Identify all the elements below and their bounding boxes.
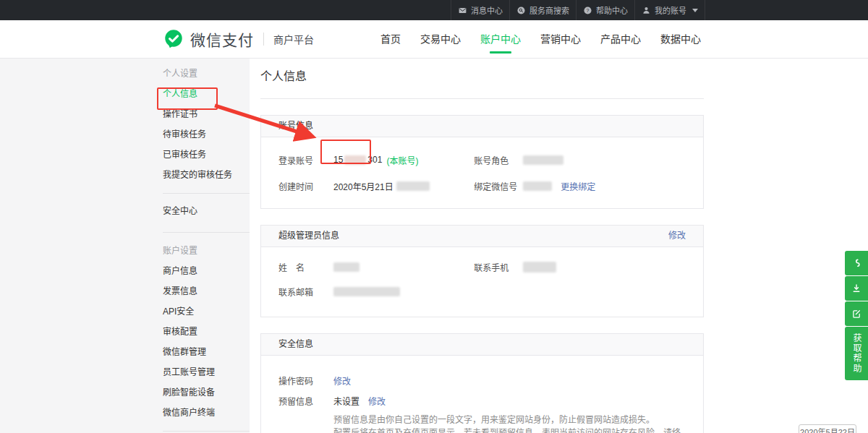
download-icon xyxy=(851,283,862,294)
sidebar-item-security-center[interactable]: 安全中心 xyxy=(163,201,250,221)
current-account-note: (本账号) xyxy=(386,154,418,166)
redacted-created-time xyxy=(396,181,430,191)
nav-item-account-center[interactable]: 账户中心 xyxy=(476,20,525,58)
nav-item-product-center[interactable]: 产品中心 xyxy=(596,20,645,58)
header-divider xyxy=(263,33,264,46)
security-info-card: 安全信息 操作密码 修改 预留信息 未设置 修改 预留信息是由你自己设置的一段文… xyxy=(260,333,704,433)
description-line: 预留信息是由你自己设置的一段文字，用来鉴定网站身份，防止假冒网站造成损失。 xyxy=(333,413,686,426)
main-nav: 首页 交易中心 账户中心 营销中心 产品中心 数据中心 xyxy=(376,20,705,58)
reserved-info-label: 预留信息 xyxy=(278,395,326,407)
sidebar-item-merchant-terminal[interactable]: 微信商户终端 xyxy=(163,403,250,423)
topbar-item-label: 我的账号 xyxy=(655,4,686,16)
security-info-card-title: 安全信息 xyxy=(278,334,313,355)
nav-item-home[interactable]: 首页 xyxy=(376,20,405,58)
admin-name-label: 姓 名 xyxy=(278,261,326,273)
nav-item-trade-center[interactable]: 交易中心 xyxy=(416,20,465,58)
sidebar-section-account-settings: 账户设置 xyxy=(163,241,250,261)
nav-item-data-center[interactable]: 数据中心 xyxy=(656,20,705,58)
nav-item-marketing-center[interactable]: 营销中心 xyxy=(536,20,585,58)
admin-info-card: 超级管理员信息 修改 姓 名 联系手机 联系邮箱 xyxy=(260,225,704,317)
floating-help-panel: 获取帮助 xyxy=(845,251,868,381)
admin-email-label: 联系邮箱 xyxy=(278,286,326,298)
admin-info-card-title: 超级管理员信息 xyxy=(278,226,339,246)
redacted-phone-middle xyxy=(344,155,366,165)
operation-password-edit-link[interactable]: 修改 xyxy=(333,374,351,387)
sidebar-item-personal-info[interactable]: 个人信息 xyxy=(163,84,250,104)
wechat-pay-logo[interactable]: 微信支付 xyxy=(163,28,254,50)
float-link-button[interactable] xyxy=(845,251,868,275)
main-content: 个人信息 账号信息 登录账号 15 301 (本账号) xyxy=(260,67,704,433)
get-help-button[interactable]: 获取帮助 xyxy=(845,327,868,380)
sidebar-item-merchant-info[interactable]: 商户信息 xyxy=(163,261,250,281)
topbar-item-help-center[interactable]: ? 帮助中心 xyxy=(576,0,634,20)
date-tooltip: 2020年5月22日 xyxy=(799,424,856,433)
sidebar-item-pending-review[interactable]: 待审核任务 xyxy=(163,124,250,145)
sidebar-divider xyxy=(163,232,250,233)
float-edit-button[interactable] xyxy=(845,301,868,326)
topbar: 消息中心 服务商搜索 ? 帮助中心 我的账号 xyxy=(0,0,868,20)
bound-wechat-label: 绑定微信号 xyxy=(474,180,517,192)
page-title: 个人信息 xyxy=(260,67,704,99)
brand-title: 微信支付 xyxy=(190,28,254,50)
account-info-card: 账号信息 登录账号 15 301 (本账号) 账号角色 xyxy=(260,115,704,209)
reserved-info-status: 未设置 xyxy=(333,395,359,407)
edit-icon xyxy=(851,308,862,320)
created-time-label: 创建时间 xyxy=(278,180,326,192)
link-icon xyxy=(851,257,862,269)
redacted-admin-name xyxy=(333,262,359,272)
description-line: 配置后将在首页及充值页面显示。若未看到预留信息，表明当前访问的网站存在风险，请终… xyxy=(333,426,686,433)
mail-icon xyxy=(458,6,467,15)
search-icon xyxy=(516,6,526,15)
sidebar-divider xyxy=(163,431,250,432)
sidebar-item-invoice-info[interactable]: 发票信息 xyxy=(163,281,250,301)
topbar-item-label: 帮助中心 xyxy=(596,4,628,16)
account-role-label: 账号角色 xyxy=(474,154,517,166)
sidebar-item-staff-account[interactable]: 员工账号管理 xyxy=(163,362,250,382)
sidebar-divider xyxy=(163,193,250,194)
operation-password-label: 操作密码 xyxy=(278,374,326,387)
sidebar-item-operation-cert[interactable]: 操作证书 xyxy=(163,104,250,124)
redacted-wechat-id xyxy=(523,181,552,191)
help-icon: ? xyxy=(583,6,592,15)
created-time-value: 2020年5月21日 xyxy=(333,180,393,192)
user-icon xyxy=(642,6,651,15)
wechat-pay-logo-icon xyxy=(163,28,184,50)
sidebar-item-reviewed[interactable]: 已审核任务 xyxy=(163,145,250,165)
platform-subtitle: 商户平台 xyxy=(273,32,314,46)
sidebar: 个人设置 个人信息 操作证书 待审核任务 已审核任务 我提交的审核任务 安全中心… xyxy=(163,64,250,432)
sidebar-item-wechat-group[interactable]: 微信群管理 xyxy=(163,342,250,362)
svg-text:?: ? xyxy=(587,7,590,12)
topbar-item-sp-search[interactable]: 服务商搜索 xyxy=(509,0,576,20)
login-account-label: 登录账号 xyxy=(278,154,326,166)
reserved-info-edit-link[interactable]: 修改 xyxy=(368,395,386,407)
change-binding-link[interactable]: 更换绑定 xyxy=(561,180,595,192)
topbar-item-label: 服务商搜索 xyxy=(529,4,569,16)
account-info-card-title: 账号信息 xyxy=(278,116,313,137)
sidebar-item-review-config[interactable]: 审核配置 xyxy=(163,322,250,342)
redacted-account-role xyxy=(523,155,563,165)
chevron-down-icon xyxy=(692,9,698,12)
admin-phone-label: 联系手机 xyxy=(474,261,517,273)
sidebar-item-my-submitted-review[interactable]: 我提交的审核任务 xyxy=(163,165,250,185)
sidebar-item-face-device[interactable]: 刷脸智能设备 xyxy=(163,382,250,403)
sidebar-section-personal-settings: 个人设置 xyxy=(163,64,250,84)
header: 微信支付 商户平台 首页 交易中心 账户中心 营销中心 产品中心 数据中心 xyxy=(0,20,868,59)
float-download-button[interactable] xyxy=(845,276,868,301)
page: 消息中心 服务商搜索 ? 帮助中心 我的账号 xyxy=(0,0,868,433)
redacted-admin-email xyxy=(333,287,400,296)
admin-edit-link[interactable]: 修改 xyxy=(668,226,686,246)
topbar-item-my-account[interactable]: 我的账号 xyxy=(634,0,705,20)
sidebar-item-api-security[interactable]: API安全 xyxy=(163,301,250,322)
login-account-value: 15 301 xyxy=(333,155,382,165)
topbar-item-messages[interactable]: 消息中心 xyxy=(451,0,509,20)
redacted-admin-phone xyxy=(523,262,556,273)
reserved-info-description: 预留信息是由你自己设置的一段文字，用来鉴定网站身份，防止假冒网站造成损失。 配置… xyxy=(333,413,686,433)
topbar-item-label: 消息中心 xyxy=(471,4,503,16)
